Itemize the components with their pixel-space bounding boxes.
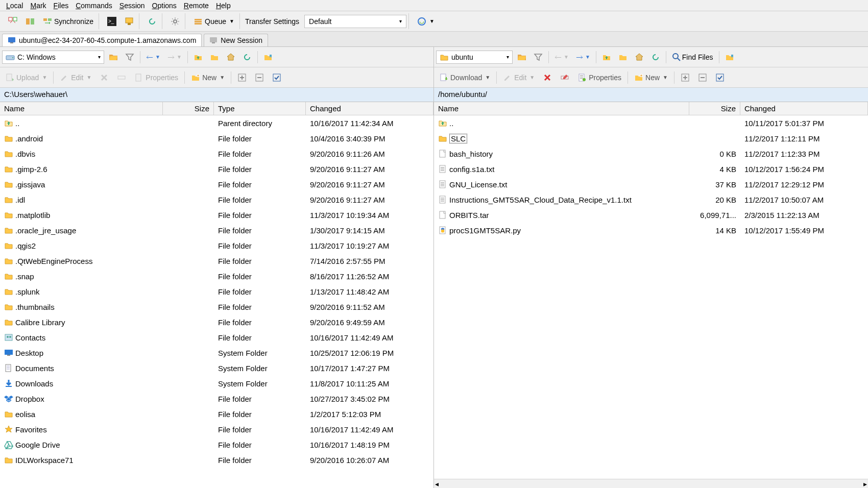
- table-row[interactable]: FavoritesFile folder10/16/2017 11:42:49 …: [0, 422, 433, 437]
- table-row[interactable]: .matplotlibFile folder11/3/2017 10:19:34…: [0, 207, 433, 223]
- menu-session[interactable]: Session: [116, 2, 148, 10]
- table-row[interactable]: .androidFile folder10/4/2016 3:40:39 PM: [0, 131, 433, 146]
- root-dir-icon[interactable]: [207, 51, 222, 64]
- table-row[interactable]: Calibre LibraryFile folder9/20/2016 9:49…: [0, 314, 433, 330]
- menu-mark[interactable]: Mark: [27, 2, 49, 10]
- back-button[interactable]: 🡐▼: [552, 51, 571, 63]
- delete-icon[interactable]: [540, 71, 555, 84]
- open-folder-icon[interactable]: [106, 51, 120, 64]
- local-drive-select[interactable]: C: Windows ▾: [2, 51, 104, 64]
- refresh-icon[interactable]: [240, 51, 254, 64]
- col-changed[interactable]: Changed: [306, 102, 433, 115]
- edit-button[interactable]: Edit▼: [500, 71, 538, 84]
- table-row[interactable]: procS1GMT5SAR.py14 KB10/12/2017 1:55:49 …: [434, 223, 868, 238]
- new-button[interactable]: New▼: [188, 71, 228, 84]
- menu-options[interactable]: Options: [149, 2, 180, 10]
- remote-file-list[interactable]: Name ⌃ Size Changed ..10/11/2017 5:01:37…: [434, 102, 868, 488]
- menu-local[interactable]: Local: [3, 2, 26, 10]
- table-row[interactable]: GNU_License.txt37 KB11/2/2017 12:29:12 P…: [434, 177, 868, 192]
- putty-icon[interactable]: [122, 15, 137, 28]
- forward-button[interactable]: 🡒▼: [165, 51, 184, 63]
- filter-icon[interactable]: [531, 51, 545, 64]
- table-row[interactable]: ContactsFile folder10/16/2017 11:42:49 A…: [0, 330, 433, 345]
- bookmark-icon[interactable]: [722, 51, 737, 64]
- parent-dir-icon[interactable]: [191, 51, 205, 64]
- rename-icon[interactable]: [557, 71, 572, 84]
- table-row[interactable]: bash_history0 KB11/2/2017 1:12:33 PM: [434, 146, 868, 161]
- table-row[interactable]: .qgis2File folder11/3/2017 10:19:27 AM: [0, 238, 433, 253]
- delete-icon[interactable]: [97, 71, 112, 84]
- queue-button[interactable]: Queue ▼: [190, 15, 237, 28]
- table-row[interactable]: DropboxFile folder10/27/2017 3:45:02 PM: [0, 391, 433, 406]
- menu-commands[interactable]: Commands: [73, 2, 115, 10]
- plus-icon[interactable]: [678, 71, 693, 84]
- parent-dir-icon[interactable]: [599, 51, 614, 64]
- home-icon[interactable]: [632, 51, 646, 64]
- select-all-icon[interactable]: [712, 71, 728, 84]
- table-row[interactable]: config.s1a.txt4 KB10/12/2017 1:56:24 PM: [434, 161, 868, 177]
- minus-icon[interactable]: [252, 71, 267, 84]
- table-row[interactable]: .snapFile folder8/16/2017 11:26:52 AM: [0, 269, 433, 284]
- table-row[interactable]: eolisaFile folder1/2/2017 5:12:03 PM: [0, 406, 433, 422]
- properties-button[interactable]: Properties: [574, 71, 624, 84]
- forward-button[interactable]: 🡒▼: [573, 51, 593, 63]
- menu-help[interactable]: Help: [213, 2, 234, 10]
- horizontal-scrollbar[interactable]: ◂▸: [434, 479, 868, 488]
- select-all-icon[interactable]: [269, 71, 284, 84]
- menu-remote[interactable]: Remote: [181, 2, 212, 10]
- table-row[interactable]: ..Parent directory10/16/2017 11:42:34 AM: [0, 115, 433, 131]
- new-button[interactable]: New▼: [631, 71, 671, 84]
- table-row[interactable]: DownloadsSystem Folder11/8/2017 10:11:25…: [0, 376, 433, 391]
- table-row[interactable]: Instructions_GMT5SAR_Cloud_Data_Recipe_v…: [434, 192, 868, 207]
- settings-icon[interactable]: [167, 15, 183, 28]
- table-row[interactable]: .idlFile folder9/20/2016 9:11:27 AM: [0, 192, 433, 207]
- download-button[interactable]: Download▼: [436, 71, 493, 84]
- table-row[interactable]: ..10/11/2017 5:01:37 PM: [434, 115, 868, 131]
- properties-button[interactable]: Properties: [131, 71, 181, 84]
- session-tab-active[interactable]: ubuntu@ec2-34-207-60-45.compute-1.amazon…: [2, 34, 202, 46]
- bookmark-icon[interactable]: [261, 51, 275, 64]
- col-size[interactable]: Size: [689, 102, 740, 115]
- col-type[interactable]: Type: [214, 102, 306, 115]
- refresh-icon[interactable]: [648, 51, 663, 64]
- local-file-list[interactable]: Name ⌃ Size Type Changed ..Parent direct…: [0, 102, 433, 488]
- plus-icon[interactable]: [234, 71, 250, 84]
- minus-icon[interactable]: [695, 71, 710, 84]
- new-session-tab[interactable]: New Session: [204, 34, 268, 46]
- remote-drive-select[interactable]: ubuntu ▾: [436, 51, 513, 64]
- table-row[interactable]: .QtWebEngineProcessFile folder7/14/2016 …: [0, 253, 433, 269]
- back-button[interactable]: 🡐▼: [143, 51, 163, 63]
- disconnect-icon[interactable]: ▼: [414, 15, 438, 28]
- home-icon[interactable]: [224, 51, 238, 64]
- table-row[interactable]: .splunkFile folder1/13/2017 11:48:42 AM: [0, 284, 433, 299]
- synchronize-button[interactable]: Synchronize: [40, 15, 97, 28]
- transfer-settings-select[interactable]: Default ▾: [304, 15, 406, 28]
- upload-button[interactable]: Upload▼: [2, 71, 50, 84]
- col-name[interactable]: Name ⌃: [434, 102, 689, 115]
- table-row[interactable]: .gimp-2.6File folder9/20/2016 9:11:27 AM: [0, 161, 433, 177]
- table-row[interactable]: DesktopSystem Folder10/25/2017 12:06:19 …: [0, 345, 433, 360]
- table-row[interactable]: .dbvisFile folder9/20/2016 9:11:26 AM: [0, 146, 433, 161]
- table-row[interactable]: DocumentsSystem Folder10/17/2017 1:47:27…: [0, 360, 433, 376]
- table-row[interactable]: Google DriveFile folder10/16/2017 1:48:1…: [0, 437, 433, 452]
- edit-button[interactable]: Edit▼: [57, 71, 94, 84]
- table-row[interactable]: SLC11/2/2017 1:12:11 PM: [434, 131, 868, 146]
- table-row[interactable]: IDLWorkspace71File folder9/20/2016 10:26…: [0, 452, 433, 468]
- table-row[interactable]: ORBITS.tar6,099,71...2/3/2015 11:22:13 A…: [434, 207, 868, 223]
- rename-icon[interactable]: [114, 71, 129, 84]
- compare-icon[interactable]: [22, 15, 38, 28]
- table-row[interactable]: .thumbnailsFile folder9/20/2016 9:11:52 …: [0, 299, 433, 314]
- table-row[interactable]: .oracle_jre_usageFile folder1/30/2017 9:…: [0, 223, 433, 238]
- table-row[interactable]: .gissjavaFile folder9/20/2016 9:11:27 AM: [0, 177, 433, 192]
- col-size[interactable]: Size: [163, 102, 214, 115]
- refresh-icon[interactable]: [144, 15, 160, 28]
- open-folder-icon[interactable]: [515, 51, 529, 64]
- sync-browse-icon[interactable]: [5, 15, 20, 28]
- find-files-button[interactable]: Find Files: [669, 51, 716, 64]
- filter-icon[interactable]: [123, 51, 137, 64]
- menu-files[interactable]: Files: [51, 2, 72, 10]
- col-changed[interactable]: Changed: [740, 102, 868, 115]
- col-name[interactable]: Name ⌃: [0, 102, 163, 115]
- root-dir-icon[interactable]: [616, 51, 630, 64]
- terminal-icon[interactable]: >_: [104, 15, 119, 28]
